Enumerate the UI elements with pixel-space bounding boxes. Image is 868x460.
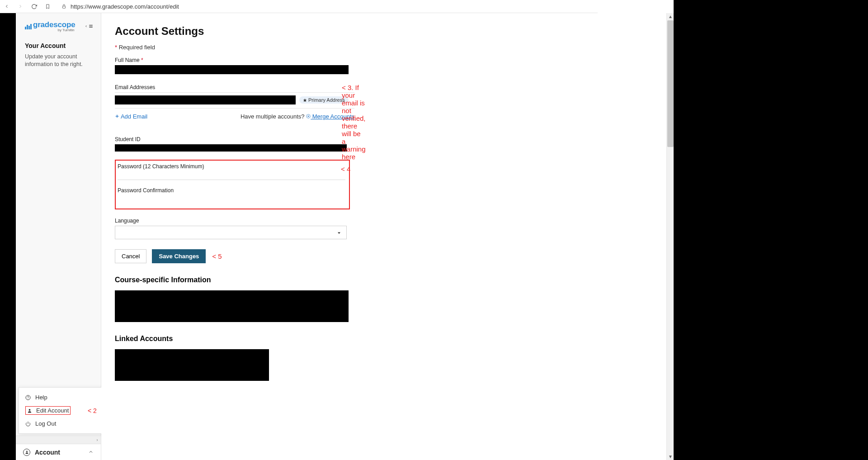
primary-address-badge: Primary Address <box>299 96 349 104</box>
password-input[interactable] <box>118 172 345 180</box>
back-icon[interactable] <box>3 2 11 10</box>
sidebar-description: Update your account information to the r… <box>25 53 92 68</box>
browser-toolbar: https://www.gradescope.com/account/edit <box>0 0 598 13</box>
email-value-redacted <box>115 95 296 104</box>
password-section: Password (12 Characters Minimum) Passwor… <box>115 160 350 209</box>
annotation-2: < 2 <box>88 407 97 414</box>
svg-point-8 <box>26 451 28 452</box>
save-button[interactable]: Save Changes <box>152 249 206 263</box>
popup-help[interactable]: Help <box>19 391 108 403</box>
vertical-scrollbar[interactable]: ▲ ▼ <box>666 13 674 460</box>
redacted-strip-left <box>0 13 16 460</box>
account-trigger-label: Account <box>35 449 60 456</box>
student-id-input-redacted[interactable] <box>115 144 347 152</box>
full-name-label: Full Name * <box>115 57 354 63</box>
lock-icon <box>60 2 68 10</box>
popup-edit-account[interactable]: Edit Account < 2 <box>19 403 108 417</box>
student-id-label: Student ID <box>115 136 354 142</box>
svg-point-12 <box>308 116 309 117</box>
popup-logout[interactable]: Log Out <box>19 417 108 430</box>
cancel-button[interactable]: Cancel <box>115 249 146 263</box>
required-note: * Required field <box>115 44 354 51</box>
sidebar: gradescope by Turnitin Your Account Upda… <box>16 13 101 460</box>
popup-logout-label: Log Out <box>35 420 56 427</box>
avatar-icon <box>23 449 30 456</box>
chevron-up-icon <box>88 449 94 456</box>
power-icon <box>25 421 31 427</box>
popup-help-label: Help <box>35 394 47 401</box>
logo-bars-icon <box>25 24 32 29</box>
linked-accounts-redacted <box>115 349 269 381</box>
page-title: Account Settings <box>115 25 354 38</box>
scroll-up-icon[interactable]: ▲ <box>668 14 673 19</box>
annotation-5: < 5 <box>212 252 222 260</box>
password-label: Password (12 Characters Minimum) <box>118 163 345 170</box>
gear-icon <box>306 114 311 119</box>
bookmark-icon[interactable] <box>43 2 52 10</box>
user-icon <box>27 408 33 413</box>
full-name-input-redacted[interactable] <box>115 65 349 74</box>
horizontal-scrollbar[interactable] <box>16 436 101 444</box>
sidebar-title: Your Account <box>25 42 92 49</box>
svg-marker-9 <box>303 98 307 102</box>
plus-icon <box>115 114 119 119</box>
scrollbar-thumb[interactable] <box>667 20 674 147</box>
svg-point-6 <box>29 409 31 411</box>
email-label: Email Addresses <box>115 84 354 90</box>
svg-point-5 <box>28 398 28 399</box>
annotation-4: < 4 <box>341 165 350 173</box>
star-icon <box>303 98 307 102</box>
course-info-redacted <box>115 290 349 322</box>
password-confirm-input[interactable] <box>118 196 345 204</box>
course-info-title: Course-specific Information <box>115 276 354 284</box>
account-popup: Help Edit Account < 2 Log Out <box>19 387 108 434</box>
content: Account Settings * Required field Full N… <box>101 13 674 460</box>
url-text[interactable]: https://www.gradescope.com/account/edit <box>71 3 179 10</box>
svg-marker-13 <box>338 232 340 234</box>
language-select[interactable] <box>115 226 347 239</box>
popup-edit-account-label: Edit Account <box>36 407 69 414</box>
collapse-sidebar-button[interactable] <box>85 24 94 28</box>
account-trigger[interactable]: Account <box>16 444 101 460</box>
linked-accounts-title: Linked Accounts <box>115 335 354 343</box>
password-confirm-label: Password Confirmation <box>118 187 345 194</box>
add-email-link[interactable]: Add Email <box>115 113 147 120</box>
language-label: Language <box>115 218 354 224</box>
help-icon <box>25 395 31 400</box>
scroll-down-icon[interactable]: ▼ <box>668 454 673 459</box>
forward-icon[interactable] <box>16 2 24 10</box>
svg-rect-0 <box>62 6 65 9</box>
reload-icon[interactable] <box>30 2 38 10</box>
annotation-3: < 3. If your email is not verified, ther… <box>342 84 366 161</box>
caret-down-icon <box>336 229 342 237</box>
merge-prompt: Have multiple accounts? <box>241 113 305 120</box>
logo[interactable]: gradescope by Turnitin <box>25 20 75 32</box>
